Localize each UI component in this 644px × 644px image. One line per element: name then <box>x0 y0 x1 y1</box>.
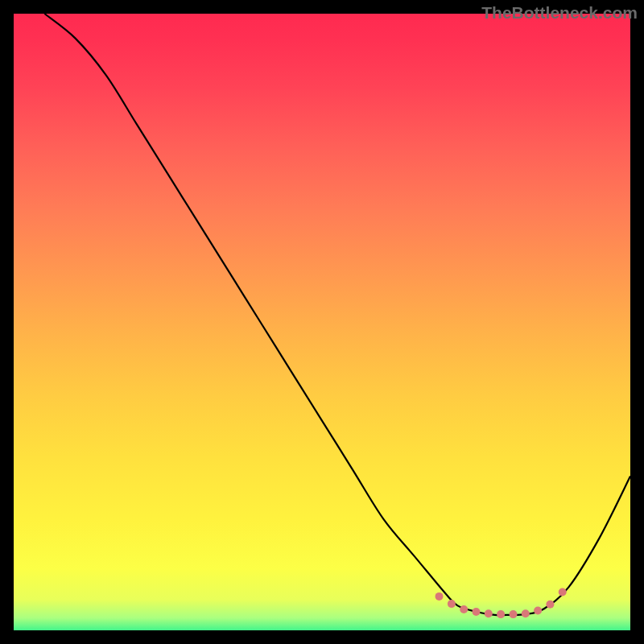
highlight-dot <box>559 588 567 597</box>
bottleneck-curve <box>44 14 630 615</box>
highlight-dot <box>510 610 518 618</box>
highlight-dot <box>448 600 456 608</box>
highlight-dot <box>546 601 554 609</box>
highlight-dot <box>485 609 493 617</box>
highlight-dot <box>460 605 468 613</box>
highlight-dot <box>436 592 444 601</box>
highlight-dot <box>473 608 481 616</box>
highlight-dot <box>497 610 505 618</box>
highlight-dots <box>436 588 567 619</box>
chart-svg <box>14 14 630 630</box>
watermark-text: TheBottleneck.com <box>481 3 638 23</box>
highlight-dot <box>522 609 530 617</box>
highlight-dot <box>534 607 542 615</box>
plot-area <box>14 14 630 630</box>
